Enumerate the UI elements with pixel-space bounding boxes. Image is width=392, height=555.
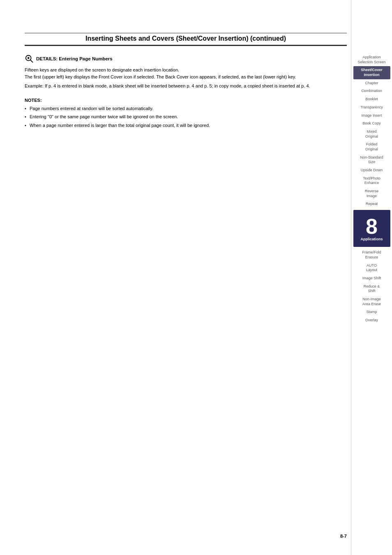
notes-title: NOTES: bbox=[25, 98, 347, 103]
details-title: DETAILS: Entering Page Numbers bbox=[36, 56, 113, 61]
sidebar-item-image-shift[interactable]: Image Shift bbox=[353, 274, 390, 283]
page-title-section: Inserting Sheets and Covers (Sheet/Cover… bbox=[25, 33, 347, 46]
sidebar-item-folded-original[interactable]: FoldedOriginal bbox=[353, 140, 390, 153]
sidebar-item-application-selection[interactable]: ApplicationSelection Screen bbox=[353, 53, 390, 66]
note-item-3: When a page number entered is larger tha… bbox=[25, 122, 347, 129]
sidebar-item-reverse-image[interactable]: ReverseImage bbox=[353, 187, 390, 200]
sidebar-item-frame-fold-erasure[interactable]: Frame/FoldErasure bbox=[353, 249, 390, 261]
notes-list: Page numbers entered at random will be s… bbox=[25, 105, 347, 129]
chapter-badge: 8 Applications bbox=[353, 210, 390, 247]
main-content: Inserting Sheets and Covers (Sheet/Cover… bbox=[25, 25, 347, 129]
svg-line-1 bbox=[30, 60, 33, 62]
page-container: Inserting Sheets and Covers (Sheet/Cover… bbox=[0, 0, 392, 555]
sidebar-item-reduce-shift[interactable]: Reduce &Shift bbox=[353, 283, 390, 295]
sidebar-item-stamp[interactable]: Stamp bbox=[353, 308, 390, 316]
sidebar-item-mixed-original[interactable]: MixedOriginal bbox=[353, 128, 390, 140]
notes-section: NOTES: Page numbers entered at random wi… bbox=[25, 98, 347, 129]
sidebar: ApplicationSelection Screen Sheet/CoverI… bbox=[351, 0, 392, 555]
sidebar-item-text-photo-enhance[interactable]: Text/PhotoEnhance bbox=[353, 175, 390, 187]
sidebar-item-sheet-cover-insertion[interactable]: Sheet/CoverInsertion bbox=[353, 66, 390, 79]
sidebar-item-image-insert[interactable]: Image Insert bbox=[353, 112, 390, 120]
page-title: Inserting Sheets and Covers (Sheet/Cover… bbox=[25, 35, 347, 42]
chapter-label: Applications bbox=[360, 237, 383, 241]
chapter-number: 8 bbox=[366, 216, 378, 237]
details-para-2: Example: If p. 4 is entered in blank mod… bbox=[25, 83, 347, 90]
sidebar-item-booklet[interactable]: Booklet bbox=[353, 95, 390, 104]
sidebar-item-combination[interactable]: Combination bbox=[353, 87, 390, 95]
sidebar-item-transparency[interactable]: Transparency bbox=[353, 104, 390, 112]
details-para-1: Fifteen keys are displayed on the screen… bbox=[25, 67, 347, 80]
sidebar-item-non-image-area-erase[interactable]: Non-ImageArea Erase bbox=[353, 295, 390, 308]
page-number: 8-7 bbox=[340, 534, 347, 539]
details-section: DETAILS: Entering Page Numbers Fifteen k… bbox=[25, 54, 347, 90]
details-body: Fifteen keys are displayed on the screen… bbox=[25, 67, 347, 90]
details-header: DETAILS: Entering Page Numbers bbox=[25, 54, 347, 63]
sidebar-item-auto-layout[interactable]: AUTOLayout bbox=[353, 262, 390, 274]
sidebar-item-book-copy[interactable]: Book Copy bbox=[353, 120, 390, 128]
sidebar-item-upside-down[interactable]: Upside Down bbox=[353, 166, 390, 175]
sidebar-item-non-standard-size[interactable]: Non-StandardSize bbox=[353, 154, 390, 166]
note-item-1: Page numbers entered at random will be s… bbox=[25, 105, 347, 112]
sidebar-item-overlay[interactable]: Overlay bbox=[353, 316, 390, 325]
note-item-2: Entering "0" or the same page number twi… bbox=[25, 113, 347, 120]
sidebar-item-repeat[interactable]: Repeat bbox=[353, 200, 390, 208]
sidebar-item-chapter[interactable]: Chapter bbox=[353, 79, 390, 88]
magnify-icon bbox=[25, 54, 34, 63]
